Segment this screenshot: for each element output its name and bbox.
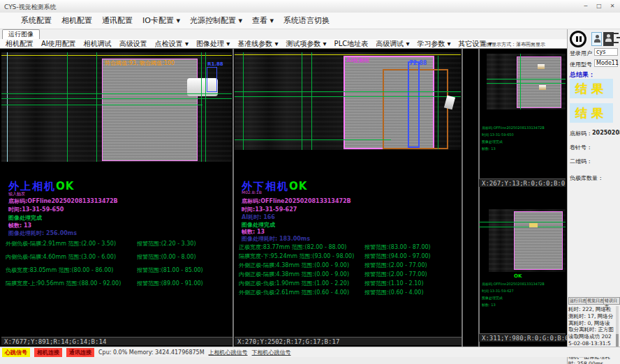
measure-line-yellow xyxy=(235,54,461,55)
log-scrollbar-thumb[interactable] xyxy=(616,334,619,347)
upper-camera-heartbeat: 上相机心跳信号 xyxy=(209,349,248,356)
login-user-button[interactable] xyxy=(591,32,602,46)
login-user-label: 登录用户： xyxy=(570,50,598,57)
measure-row: 正极宽度:83.77mm 范围:(82.00 - 88.00) xyxy=(239,243,346,251)
tool-image-processing[interactable]: 图像处理 ▾ xyxy=(196,39,230,49)
ai-detect-box-blue xyxy=(207,67,217,92)
window-title: CYS-视觉检测系统 xyxy=(4,3,57,12)
tool-baseline-params[interactable]: 基准线参数 ▾ xyxy=(237,39,278,49)
tool-ai-use-config[interactable]: AI使用配置 xyxy=(41,39,76,49)
result-badge-top: 结果 xyxy=(570,79,613,98)
barcode-value: 20250208 xyxy=(592,130,620,136)
log-tab-error[interactable]: 错误日志 xyxy=(603,297,620,305)
comm-connect-badge: 通讯连接 xyxy=(66,348,94,357)
small-status-ok: OK xyxy=(514,273,522,279)
view-separator xyxy=(462,49,463,347)
tab-run-image[interactable]: 运行图像 xyxy=(2,29,40,39)
tool-advanced-settings[interactable]: 高级设置 xyxy=(119,39,147,49)
alarm-range: 报警范围:(1.10 - 2.10) xyxy=(364,280,424,287)
camera-status-ok: OK xyxy=(56,180,74,192)
menu-item-view[interactable]: 查看 ▾ xyxy=(252,15,274,26)
exit-icon[interactable] xyxy=(612,33,619,43)
user-icon xyxy=(607,34,610,38)
frames-line: 帧数: 13 xyxy=(8,222,31,229)
measure-line-green xyxy=(520,54,521,109)
display-mode-label[interactable]: 画面显示方式：瀑布画面显示 xyxy=(482,41,545,48)
login-user-value[interactable]: cys xyxy=(594,48,618,56)
view-separator xyxy=(478,49,480,347)
measure-line-green xyxy=(479,227,566,227)
barcode-line: 底标码:OFFline2025020813313472B xyxy=(8,197,118,205)
done-line: 图像处理完成 xyxy=(8,214,42,222)
camera-status-ok: OK xyxy=(289,180,307,192)
alarm-range: 报警范围:(94.00 - 97.00) xyxy=(364,252,431,260)
tool-camera-debug[interactable]: 相机调试 xyxy=(84,39,112,49)
small-overlay-line: 底标码:OFFline2025020813313472B xyxy=(482,126,564,130)
pause-button[interactable] xyxy=(570,31,586,47)
measure-line-green xyxy=(487,79,566,79)
measure-row: 外侧正极-负极:2.61mm 范围:(0.60 - 4.00) xyxy=(239,289,349,296)
measure-line-yellow xyxy=(1,55,232,56)
tool-plc-address-table[interactable]: PLC地址表 xyxy=(334,39,369,49)
pixel-coords-bar: X:311;Y:980;R:0;G:0;B:0 xyxy=(479,333,566,342)
alarm-range: 报警范围:(2.00 - 77.00) xyxy=(364,271,427,278)
user-icon xyxy=(594,39,600,43)
log-tab-vision[interactable]: 视觉日志 xyxy=(586,297,605,305)
camera-connect-badge: 相机连接 xyxy=(34,348,62,357)
alarm-range: 报警范围:(83.00 - 87.00) xyxy=(364,243,431,251)
elapsed-line: 图像处理耗时: 183.00ms xyxy=(242,235,310,243)
alarm-range: 报警范围:(81.00 - 85.00) xyxy=(137,266,203,274)
pause-icon xyxy=(576,36,578,42)
measure-row: 外侧正极-隔膜:4.38mm 范围:(0.00 - 9.00) xyxy=(239,261,349,269)
measure-line-green xyxy=(205,52,206,162)
measure-line-green xyxy=(311,52,312,150)
menu-item-language-switch[interactable]: 系统语言切换 xyxy=(283,15,330,26)
menu-item-io-card-config[interactable]: IO卡配置 ▾ xyxy=(142,15,180,26)
barcode-label: 底标码： xyxy=(570,130,592,137)
model-value[interactable]: Mode11 xyxy=(594,59,618,67)
maximize-icon[interactable]: □ xyxy=(593,1,605,10)
menu-item-comm-config[interactable]: 通讯配置 xyxy=(102,15,133,26)
close-icon[interactable]: ✕ xyxy=(606,1,619,10)
alarm-range: 报警范围:(0.60 - 4.00) xyxy=(364,289,424,296)
measure-line-green xyxy=(243,52,244,150)
log-scrollbar[interactable] xyxy=(616,306,619,349)
measure-line-green xyxy=(487,83,566,84)
menu-item-light-control[interactable]: 光源控制配置 ▾ xyxy=(190,15,242,26)
tool-advanced-debug[interactable]: 高级调试 ▾ xyxy=(376,39,409,49)
small-overlay-line: 时间:13-31-59-650 xyxy=(482,132,564,137)
ai-score-tag: 72.88 xyxy=(409,60,427,66)
measure-row: 内侧正极-隔膜:4.38mm 范围:(0.00 - 9.00) xyxy=(239,271,349,278)
pixel-coords-bar: X:270;Y:2502;R:17;G:17;B:17 xyxy=(235,337,462,345)
tool-test-params[interactable]: 测试项参数 ▾ xyxy=(286,39,326,49)
separator-film-region xyxy=(514,211,563,270)
measure-line-green xyxy=(438,56,438,149)
small-overlay-line: 图像处理完成 xyxy=(482,296,564,301)
ai-score-tag: R1.88 xyxy=(207,61,223,67)
view-separator xyxy=(232,49,234,347)
tool-spot-check[interactable]: 点检设置 ▾ xyxy=(155,39,189,49)
ai-detect-box-label: AI检测框 xyxy=(346,56,369,64)
measure-line-green xyxy=(1,98,232,99)
qr-code-label: 二维码： xyxy=(570,158,592,165)
measure-line-green xyxy=(1,93,232,94)
menu-item-system-config[interactable]: 系统配置 xyxy=(21,15,52,26)
alarm-range: 报警范围:(0.00 - 8.00) xyxy=(137,253,196,261)
measure-row: 内侧负极-隔膜:4.60mm 范围:(3.00 - 6.00) xyxy=(6,253,116,261)
measure-line-green xyxy=(96,52,97,162)
measure-line-green xyxy=(235,96,461,97)
small-overlay-line: 帧数: 13 xyxy=(482,146,564,151)
pin-number-label: 卷针号： xyxy=(570,144,592,151)
measure-row: 隔膜宽度-上:90.56mm 范围:(88.00 - 92.00) xyxy=(6,280,121,287)
tool-learning-params[interactable]: 学习参数 ▾ xyxy=(417,39,450,49)
measure-row: 负极宽度:83.05mm 范围:(80.00 - 86.00) xyxy=(6,266,113,274)
user-icon xyxy=(596,35,599,38)
camera-subtitle: 输入触发 xyxy=(8,191,25,197)
measure-line-green xyxy=(1,105,202,105)
menu-item-camera-config[interactable]: 相机配置 xyxy=(61,15,92,26)
minimize-icon[interactable]: ─ xyxy=(580,1,592,10)
measure-row: 外侧负极-隔膜:2.91mm 范围:(2.00 - 3.50) xyxy=(6,240,116,248)
log-tab-run[interactable]: 运行日志 xyxy=(568,297,588,305)
roller-glint xyxy=(538,64,545,69)
tool-camera-config[interactable]: 相机配置 xyxy=(6,39,34,49)
